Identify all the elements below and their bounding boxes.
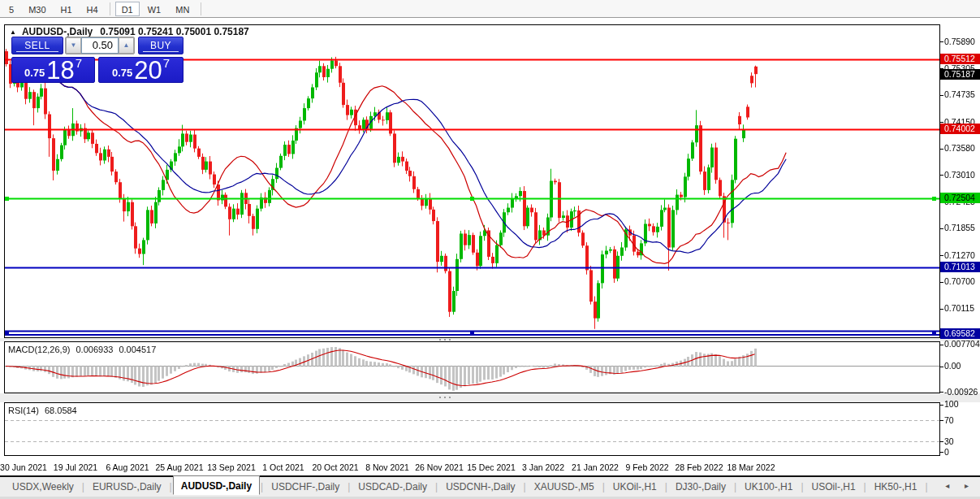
hline-price-label-075512: 0.75512	[940, 54, 980, 64]
macd-tick-0-007704: 0.007704	[944, 339, 980, 349]
price-tick-070700: 0.70700	[944, 276, 975, 287]
macd-main-value: 0.006933	[76, 345, 113, 354]
chart-ohlc-values: 0.75091 0.75241 0.75001 0.75187	[100, 26, 249, 37]
price-tick-071855: 0.71855	[944, 223, 975, 233]
rsi-tick-0: 0	[944, 447, 949, 458]
lot-decrease-button[interactable]: ▼	[66, 37, 81, 54]
tab-uk100-h1[interactable]: UK100-,H1	[737, 479, 800, 495]
sell-price-point: 7	[76, 56, 82, 70]
buy-price-point: 7	[163, 56, 170, 70]
chart-tab-bar: USDX,Weekly|EURUSD-,Daily|AUDUSD-,Daily|…	[0, 477, 980, 497]
tab-usoil-h1[interactable]: USOil-,H1	[805, 479, 863, 495]
tab-separator: |	[261, 481, 263, 492]
one-click-collapse-icon[interactable]: ▲	[10, 28, 16, 36]
price-tick-073580: 0.73580	[944, 143, 975, 154]
date-label-20-oct-2021: 20 Oct 2021	[312, 462, 358, 472]
tab-usdchf-daily[interactable]: USDCHF-,Daily	[264, 479, 347, 495]
date-label-9-feb-2022: 9 Feb 2022	[625, 462, 668, 472]
sell-button[interactable]: SELL	[11, 37, 63, 54]
rsi-tick-100: 100	[944, 399, 959, 410]
chart-symbol-label: AUDUSD-,Daily	[22, 26, 93, 37]
date-label-28-feb-2022: 28 Feb 2022	[676, 462, 723, 472]
rsi-value: 68.0584	[45, 406, 77, 415]
one-click-trading-panel: SELL ▼ 0.50 ▲ BUY 0.75 18 7 0.75 20 7	[11, 37, 183, 83]
tab-separator: |	[925, 481, 927, 492]
date-label-26-nov-2021: 26 Nov 2021	[415, 462, 464, 472]
tab-separator: |	[665, 481, 667, 492]
sell-price-pips: 18	[46, 60, 74, 80]
tab-eurusd-daily[interactable]: EURUSD-,Daily	[85, 479, 169, 495]
tab-dj30-daily[interactable]: DJ30-,Daily	[668, 479, 733, 495]
mt4-window: 5M30H1H4D1W1MN ▲ AUDUSD-,Daily 0.75091 0…	[0, 0, 980, 499]
timeframe-5-button[interactable]: 5	[2, 2, 20, 16]
tab-audusd-daily[interactable]: AUDUSD-,Daily	[173, 475, 260, 495]
tab-scroll-arrows[interactable]: ◂ ▸	[945, 481, 975, 490]
date-label-18-mar-2022: 18 Mar 2022	[727, 462, 775, 472]
tab-xauusd-m5[interactable]: XAUUSD-,M5	[527, 479, 602, 495]
tab-separator: |	[524, 481, 526, 492]
timeframe-h1-button[interactable]: H1	[54, 2, 79, 16]
tab-separator: |	[435, 481, 438, 492]
tab-separator: |	[864, 481, 866, 492]
tab-hk50-h1[interactable]: HK50-,H1	[867, 479, 925, 495]
current-price-label: 0.75187	[940, 69, 980, 80]
date-label-15-dec-2021: 15 Dec 2021	[467, 462, 516, 472]
buy-button[interactable]: BUY	[138, 37, 183, 54]
date-label-25-aug-2021: 25 Aug 2021	[156, 462, 204, 472]
macd-tick-0-00926: -0.00926	[944, 387, 978, 397]
rsi-name: RSI(14)	[8, 406, 39, 415]
lot-size-input[interactable]: 0.50	[81, 37, 119, 54]
tab-separator: |	[602, 481, 605, 492]
timeframe-w1-button[interactable]: W1	[141, 2, 168, 16]
rsi-indicator-label: RSI(14) 68.0584	[8, 406, 80, 415]
lot-increase-button[interactable]: ▲	[119, 37, 134, 54]
macd-signal-value: 0.004517	[119, 345, 156, 354]
tab-separator: |	[801, 481, 803, 492]
timeframe-h4-button[interactable]: H4	[80, 2, 105, 16]
sell-price-box[interactable]: 0.75 18 7	[11, 57, 95, 83]
tab-separator: |	[348, 481, 350, 492]
macd-tick-0-00: 0.00	[944, 361, 961, 371]
price-tick-071270: 0.71270	[944, 250, 975, 261]
toolbar-separator	[201, 2, 201, 15]
macd-name: MACD(12,26,9)	[8, 345, 70, 354]
lot-size-group: ▼ 0.50 ▲	[65, 37, 135, 54]
rsi-tick-70: 70	[944, 415, 954, 426]
sell-price-prefix: 0.75	[24, 67, 45, 79]
date-label-3-jan-2022: 3 Jan 2022	[522, 462, 564, 472]
rsi-tick-30: 30	[944, 436, 954, 447]
tab-separator: |	[734, 481, 736, 492]
date-label-13-sep-2021: 13 Sep 2021	[207, 462, 256, 472]
price-tick-074735: 0.74735	[944, 89, 975, 100]
price-tick-075890: 0.75890	[944, 37, 975, 47]
hline-price-label-072504: 0.72504	[940, 193, 980, 203]
price-tick-070115: 0.70115	[944, 303, 974, 314]
date-label-21-jan-2022: 21 Jan 2022	[572, 462, 619, 472]
hline-price-label-074002: 0.74002	[940, 124, 980, 134]
date-label-19-jul-2021: 19 Jul 2021	[54, 462, 97, 472]
date-label-1-oct-2021: 1 Oct 2021	[262, 462, 304, 472]
tab-separator: |	[170, 481, 172, 492]
date-label-30-jun-2021: 30 Jun 2021	[0, 462, 47, 472]
timeframe-m30-button[interactable]: M30	[22, 2, 52, 16]
date-label-6-aug-2021: 6 Aug 2021	[106, 462, 149, 472]
timeframe-mn-button[interactable]: MN	[169, 2, 196, 16]
timeframe-toolbar: 5M30H1H4D1W1MN	[0, 0, 980, 18]
hline-price-label-069582: 0.69582	[940, 328, 980, 339]
tab-usdx-weekly[interactable]: USDX,Weekly	[5, 479, 81, 495]
date-label-8-nov-2021: 8 Nov 2021	[365, 462, 409, 472]
price-tick-073010: 0.73010	[944, 170, 975, 180]
macd-indicator-label: MACD(12,26,9) 0.006933 0.004517	[8, 345, 159, 354]
buy-price-pips: 20	[134, 60, 162, 80]
tab-usdcnh-daily[interactable]: USDCNH-,Daily	[438, 479, 522, 495]
tab-usdcad-daily[interactable]: USDCAD-,Daily	[351, 479, 434, 495]
tab-separator: |	[82, 481, 84, 492]
tab-ukoil-h1[interactable]: UKOil-,H1	[606, 479, 664, 495]
hline-price-label-071013: 0.71013	[940, 262, 980, 272]
toolbar-separator	[110, 2, 110, 15]
timeframe-d1-button[interactable]: D1	[115, 2, 140, 16]
buy-price-prefix: 0.75	[112, 67, 132, 79]
buy-price-box[interactable]: 0.75 20 7	[98, 57, 183, 83]
chart-title: ▲ AUDUSD-,Daily 0.75091 0.75241 0.75001 …	[10, 26, 249, 37]
